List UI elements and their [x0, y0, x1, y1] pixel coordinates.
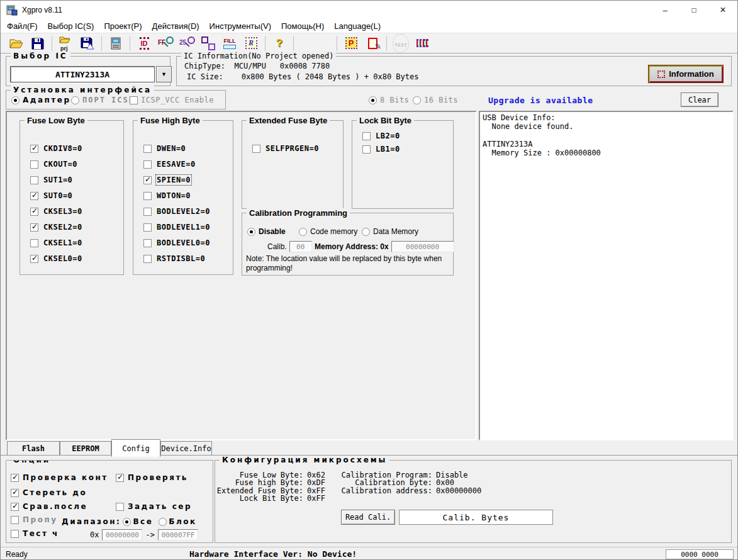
calibration-disable-radio[interactable]	[247, 228, 255, 236]
menu-bar: Файл(F) Выбор IC(S) Проект(P) Действия(D…	[1, 20, 737, 33]
memory-address-input: 00000000	[391, 241, 454, 252]
fuse-checkbox[interactable]	[30, 255, 38, 263]
fuse-checkbox[interactable]	[30, 176, 38, 184]
r-label: R	[249, 38, 254, 48]
menu-file[interactable]: Файл(F)	[2, 21, 43, 31]
tab-device-info[interactable]: Device.Info	[160, 441, 212, 455]
range-block-label: Блок	[169, 517, 196, 526]
fuse-checkbox[interactable]	[252, 145, 260, 153]
title-bar: Xgpro v8.11	[1, 1, 737, 20]
serial-checkbox[interactable]	[116, 503, 124, 511]
data-memory-label: Data Memory	[373, 227, 418, 236]
range-label: Диапазон:	[62, 517, 121, 526]
edit-buffer-icon[interactable]: ✎	[363, 35, 382, 52]
tab-flash[interactable]: Flash	[7, 441, 60, 455]
swap-buffer-icon[interactable]	[199, 35, 218, 52]
calib-value-input: 00	[289, 241, 312, 252]
erase-label: Стереть до	[23, 488, 87, 497]
fuse-checkbox[interactable]	[143, 176, 152, 184]
ic-combo-dropdown-icon[interactable]	[156, 66, 172, 82]
xgpro-window: Xgpro v8.11 Файл(F) Выбор IC(S) Проект(P…	[0, 0, 738, 560]
information-button[interactable]: Information	[648, 65, 724, 83]
icsp-vcc-checkbox	[130, 96, 138, 104]
log-line: USB Device Info:	[483, 113, 730, 122]
fuse-checkbox[interactable]	[30, 160, 38, 169]
bits16-label: 16 Bits	[424, 96, 458, 104]
verify-checkbox[interactable]	[116, 474, 124, 482]
read-chip-icon[interactable]: R	[242, 35, 260, 52]
fuse-checkbox[interactable]	[30, 239, 38, 247]
menu-select-ic[interactable]: Выбор IC(S)	[43, 21, 99, 31]
fuse-checkbox[interactable]	[143, 223, 152, 232]
calib-bytes-button[interactable]: Calib. Bytes	[399, 510, 553, 525]
fuse-checkbox[interactable]	[30, 145, 38, 153]
fuse-checkbox[interactable]	[143, 145, 152, 153]
open-project-icon[interactable]: prj	[57, 35, 75, 52]
fuse-checkbox[interactable]	[143, 239, 152, 247]
tab-config[interactable]: Config	[111, 439, 160, 457]
fuse-low-title: Fuse Low Byte	[25, 116, 87, 125]
fill-icon[interactable]: FILL	[220, 35, 239, 52]
adapter-radio[interactable]	[11, 96, 20, 104]
calibration-title: Calibration Programming	[247, 208, 350, 218]
fuse-checkbox[interactable]	[30, 223, 38, 232]
range-to-input: 000007FF	[158, 529, 198, 540]
chip-pins-icon[interactable]	[413, 35, 432, 52]
clear-button[interactable]: Clear	[681, 92, 718, 107]
help-label: ?	[276, 37, 282, 50]
check-id-checkbox[interactable]	[11, 474, 19, 482]
log-panel: USB Device Info: None device found. ATTI…	[479, 111, 734, 440]
log-line: None device found.	[483, 122, 730, 131]
fuse-high-group: Fuse High Byte DWEN=0 EESAVE=0 SPIEN=0 W…	[133, 120, 233, 275]
menu-language[interactable]: Language(L)	[329, 21, 386, 31]
minimize-button[interactable]	[651, 1, 679, 20]
range-all-radio[interactable]	[123, 518, 131, 526]
fuse-checkbox[interactable]	[143, 192, 152, 200]
menu-help[interactable]: Помощь(H)	[276, 21, 329, 31]
disable-label: Disable	[259, 227, 286, 236]
compare-checkbox[interactable]	[11, 503, 19, 511]
menu-project[interactable]: Проект(P)	[99, 21, 147, 31]
fuse-checkbox[interactable]	[143, 160, 152, 169]
fuse-checkbox[interactable]	[143, 208, 152, 216]
read-cali-button[interactable]: Read Cali.	[341, 510, 395, 525]
menu-actions[interactable]: Действия(D)	[147, 21, 204, 31]
open-icon[interactable]	[7, 35, 26, 52]
fuse-checkbox[interactable]	[30, 208, 38, 216]
save-icon[interactable]	[28, 35, 47, 52]
compare-label: Срав.после	[23, 502, 87, 511]
window-title: Xgpro v8.11	[22, 6, 62, 14]
program-chip-icon[interactable]: P	[342, 35, 361, 52]
cfg-value: 0x00000000	[436, 486, 481, 495]
range-arrow: ->	[145, 530, 154, 539]
range-block-radio[interactable]	[159, 518, 167, 526]
ic-info-title: IC Information(No Project opened)	[181, 52, 336, 60]
help-icon[interactable]: ?	[270, 35, 289, 52]
options-title: Опции	[11, 460, 53, 464]
adapter-label: Адаптер	[23, 96, 71, 104]
code-memory-label: Code memory	[310, 227, 357, 236]
lock-bit-checkbox[interactable]	[362, 145, 371, 154]
fuse-checkbox[interactable]	[143, 255, 152, 263]
erase-checkbox[interactable]	[11, 489, 19, 497]
calibration-code-radio[interactable]	[299, 228, 307, 236]
fuse-checkbox[interactable]	[30, 192, 38, 200]
save-project-icon[interactable]	[78, 35, 97, 52]
bits8-radio	[369, 96, 377, 104]
find-ff-icon[interactable]: FF	[156, 35, 175, 52]
calibration-note-line1: Note: The location value will be replace…	[246, 254, 442, 263]
ic-combo[interactable]: ATTINY2313A	[10, 66, 155, 82]
device-icon[interactable]	[106, 35, 125, 52]
test-checkbox[interactable]	[11, 530, 19, 538]
close-button[interactable]	[708, 1, 737, 20]
lock-bit-checkbox[interactable]	[362, 132, 371, 140]
find-25-icon[interactable]: 25	[177, 35, 196, 52]
cfg-value: 0xFF	[307, 494, 325, 503]
tab-eeprom[interactable]: EEPROM	[60, 441, 111, 455]
status-bar: Ready Hardware Interface Ver: No Device!…	[1, 547, 737, 560]
chip-id-icon[interactable]: ID	[135, 35, 154, 52]
maximize-button[interactable]	[679, 1, 708, 20]
menu-tools[interactable]: Инструменты(V)	[204, 21, 276, 31]
calib-label: Calib.	[267, 242, 287, 251]
calibration-data-radio[interactable]	[362, 228, 370, 236]
